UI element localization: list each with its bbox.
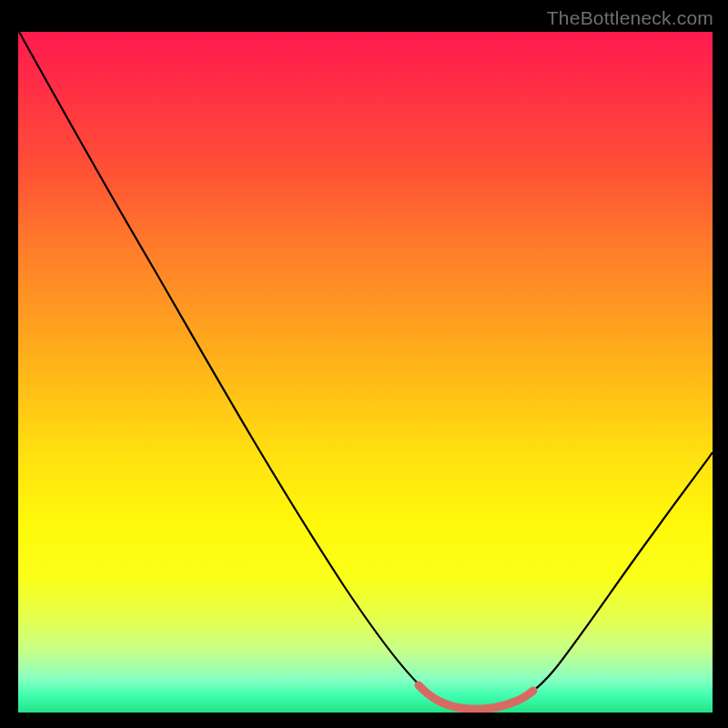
- highlight-segment: [419, 685, 533, 709]
- chart-frame: TheBottleneck.com: [0, 0, 728, 728]
- curve-layer: [18, 32, 713, 713]
- watermark-text: TheBottleneck.com: [547, 7, 713, 29]
- bottleneck-curve: [19, 32, 713, 710]
- plot-area: [18, 32, 713, 713]
